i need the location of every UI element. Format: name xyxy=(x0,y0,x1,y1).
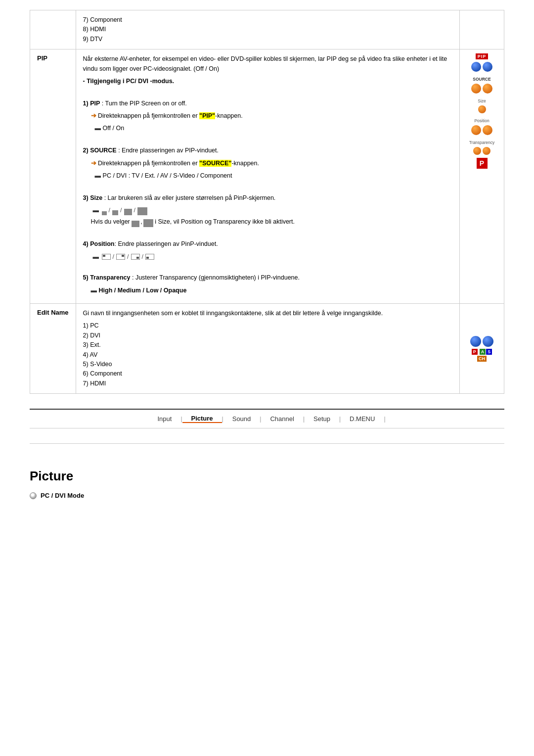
pip-item2: 2) SOURCE : Endre plasseringen av PIP-vi… xyxy=(83,146,452,155)
pos-btn-right xyxy=(483,125,492,135)
nav-item-setup[interactable]: Setup xyxy=(305,415,339,423)
position-remote-group: Position xyxy=(463,116,501,135)
edit-btn-left xyxy=(470,336,481,347)
edit-name-item3: 3) Ext. xyxy=(83,340,452,350)
nav-channel-label: Channel xyxy=(270,415,294,423)
pos-btn-left xyxy=(471,125,481,135)
transp-btn-left xyxy=(473,147,481,155)
pip-desc-cell: Når eksterne AV-enheter, for eksempel en… xyxy=(76,49,459,304)
pip-note: - Tilgjengelig i PC/ DVI -modus. xyxy=(83,77,452,86)
nav-item-picture[interactable]: Picture xyxy=(182,415,222,423)
edit-name-desc-cell: Gi navn til inngangsenheten som er koble… xyxy=(76,304,459,394)
nav-picture-label: Picture xyxy=(191,415,213,422)
edit-name-img-cell: P A S CH xyxy=(460,304,504,394)
top-item7: 7) Component xyxy=(83,15,452,25)
edit-name-label: Edit Name xyxy=(37,309,69,316)
section-separator xyxy=(30,443,504,444)
pip-intro-text: Når eksterne AV-enheter, for eksempel en… xyxy=(83,55,447,72)
top-item9: 9) DTV xyxy=(83,35,452,44)
pip-row: PIP Når eksterne AV-enheter, for eksempe… xyxy=(30,49,504,304)
pip-badge: PIP xyxy=(476,53,489,59)
pip-img-cell: PIP SOURCE Size xyxy=(460,49,504,304)
pip-label-cell: PIP xyxy=(30,49,76,304)
top-item8: 8) HDMI xyxy=(83,25,452,34)
edit-name-item1: 1) PC xyxy=(83,321,452,331)
transparency-remote-group: Transparency xyxy=(463,138,501,155)
pip-remote-group: PIP xyxy=(463,53,501,72)
page-wrapper: 7) Component 8) HDMI 9) DTV PIP Når ekst… xyxy=(0,0,534,464)
source-btn-left xyxy=(471,84,481,94)
pip-item5: 5) Transparency : Justerer Transparency … xyxy=(83,273,452,283)
pip-btn-pair xyxy=(471,62,492,72)
nav-sound-label: Sound xyxy=(232,415,251,423)
edit-name-intro: Gi navn til inngangsenheten som er koble… xyxy=(83,309,452,318)
ch-badge: CH xyxy=(477,356,487,362)
edit-name-label-cell: Edit Name xyxy=(30,304,76,394)
nav-setup-label: Setup xyxy=(313,415,330,423)
edit-name-row: Edit Name Gi navn til inngangsenheten so… xyxy=(30,304,504,394)
nav-input-label: Input xyxy=(157,415,172,423)
position-btn-pair xyxy=(471,125,492,135)
s-badge: S xyxy=(486,349,492,355)
pip-label: PIP xyxy=(37,54,47,62)
picture-section: Picture PC / DVI Mode xyxy=(0,464,534,504)
pip-btn-left xyxy=(471,62,481,72)
top-desc-cell: 7) Component 8) HDMI 9) DTV xyxy=(76,10,459,49)
nav-item-dmenu[interactable]: D.MENU xyxy=(341,415,384,423)
size-remote-group: Size xyxy=(463,96,501,113)
source-remote-group: SOURCE xyxy=(463,75,501,94)
transp-btn-right xyxy=(483,147,490,155)
ch-badge-row: CH xyxy=(463,356,501,362)
top-label-cell xyxy=(30,10,76,49)
nav-item-sound[interactable]: Sound xyxy=(223,415,260,423)
edit-name-item6: 6) Component xyxy=(83,369,452,378)
nav-bar: Input | Picture | Sound | Channel | Setu… xyxy=(30,415,504,423)
source-btn-right xyxy=(483,84,492,94)
pip-item5-sub: ▬ High / Medium / Low / Opaque xyxy=(91,286,452,295)
size-btn-pair xyxy=(478,105,486,113)
edit-btn-right xyxy=(483,336,493,347)
nav-item-input[interactable]: Input xyxy=(148,415,180,423)
source-label: SOURCE xyxy=(473,77,490,82)
transparency-label: Transparency xyxy=(469,140,495,145)
edit-name-item2: 2) DVI xyxy=(83,331,452,340)
edit-name-item7: 7) HDMI xyxy=(83,379,452,388)
source-btn-pair xyxy=(471,84,492,94)
pip-item3-note: Hvis du velger , i Size, vil Position og… xyxy=(91,217,452,227)
pip-btn-right xyxy=(483,62,492,72)
content-table: 7) Component 8) HDMI 9) DTV PIP Når ekst… xyxy=(30,10,504,394)
edit-name-item5: 5) S-Video xyxy=(83,360,452,369)
edit-badges: P A S xyxy=(463,349,501,355)
top-img-cell xyxy=(460,10,504,49)
size-label: Size xyxy=(478,98,486,103)
p-badge: P xyxy=(472,349,478,355)
pc-dvi-item: PC / DVI Mode xyxy=(30,492,504,499)
size-icons-row: ▬ / / / xyxy=(93,206,452,215)
p-box-container: P xyxy=(463,158,501,169)
a-badge: A xyxy=(480,349,486,355)
nav-dmenu-label: D.MENU xyxy=(350,415,375,423)
pip-intro: Når eksterne AV-enheter, for eksempel en… xyxy=(83,54,452,74)
p-box: P xyxy=(477,158,488,169)
pc-dvi-dot-icon xyxy=(30,492,37,499)
pip-item4: 4) Position: Endre plasseringen av PinP-… xyxy=(83,239,452,249)
edit-name-item4: 4) AV xyxy=(83,350,452,360)
pip-item2-arrow: ➔ Direkteknappen på fjernkontrollen er "… xyxy=(91,159,452,168)
pip-item3: 3) Size : Lar brukeren slå av eller just… xyxy=(83,193,452,203)
nav-sep-6: | xyxy=(384,416,385,423)
pos-icons-row: ▬ / / / xyxy=(93,252,452,262)
transp-btn-pair xyxy=(473,147,490,155)
edit-name-btn-pair xyxy=(463,336,501,347)
nav-bar-wrapper: Input | Picture | Sound | Channel | Setu… xyxy=(30,409,504,428)
top-list-row: 7) Component 8) HDMI 9) DTV xyxy=(30,10,504,49)
picture-title: Picture xyxy=(30,469,504,484)
nav-item-channel[interactable]: Channel xyxy=(261,415,303,423)
size-btn-left xyxy=(478,105,486,113)
position-label: Position xyxy=(474,118,489,123)
pip-item1: 1) PIP : Turn the PIP Screen on or off. xyxy=(83,99,452,108)
pc-dvi-label: PC / DVI Mode xyxy=(41,492,84,499)
pip-item1-arrow: ➔ Direkteknappen på fjernkontrollen er "… xyxy=(91,111,452,121)
pip-note-text: - Tilgjengelig i PC/ DVI -modus. xyxy=(83,78,175,85)
pip-item1-sub: ▬ Off / On xyxy=(95,124,452,133)
pip-item2-sub: ▬ PC / DVI : TV / Ext. / AV / S-Video / … xyxy=(95,171,452,181)
